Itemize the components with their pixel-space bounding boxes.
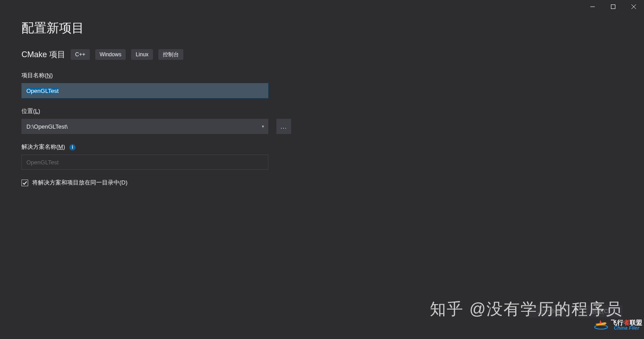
- location-label: 位置(L): [21, 107, 623, 115]
- page-title: 配置新项目: [21, 20, 623, 37]
- same-dir-label: 将解决方案和项目放在同一目录中(D): [32, 179, 127, 187]
- main-content: 配置新项目 CMake 项目 C++ Windows Linux 控制台 项目名…: [0, 13, 644, 187]
- close-icon: [631, 4, 636, 9]
- minimize-button[interactable]: [582, 0, 603, 13]
- tag-console: 控制台: [158, 49, 183, 60]
- maximize-button[interactable]: [603, 0, 623, 13]
- titlebar: [0, 0, 644, 13]
- tag-cpp: C++: [71, 49, 90, 60]
- footer-buttons: 上一步(B) 创建(C): [528, 305, 623, 318]
- location-combo[interactable]: ▼: [21, 119, 268, 134]
- tag-linux: Linux: [131, 49, 153, 60]
- svg-point-4: [595, 325, 608, 329]
- project-name-label: 项目名称(N): [21, 71, 623, 80]
- same-dir-row: 将解决方案和项目放在同一目录中(D): [21, 179, 623, 187]
- maximize-icon: [611, 4, 615, 9]
- same-dir-checkbox[interactable]: [21, 180, 28, 186]
- browse-button[interactable]: ...: [276, 119, 291, 134]
- project-name-group: 项目名称(N): [21, 71, 623, 98]
- minimize-icon: [590, 4, 595, 9]
- logo-line2: China Flier: [614, 326, 640, 331]
- project-type-label: CMake 项目: [21, 49, 65, 60]
- logo-line1: 飞行者联盟: [611, 319, 642, 326]
- solution-name-input: [21, 155, 268, 170]
- location-row: ▼ ...: [21, 119, 623, 134]
- checkmark-icon: [22, 180, 27, 185]
- project-name-input[interactable]: [21, 83, 268, 98]
- location-group: 位置(L) ▼ ...: [21, 107, 623, 134]
- solution-name-group: 解决方案名称(M) i: [21, 143, 623, 170]
- plane-icon: [593, 317, 609, 333]
- svg-rect-1: [611, 5, 615, 9]
- project-type-row: CMake 项目 C++ Windows Linux 控制台: [21, 49, 623, 60]
- create-button[interactable]: 创建(C): [578, 305, 623, 318]
- close-button[interactable]: [623, 0, 644, 13]
- solution-name-label: 解决方案名称(M) i: [21, 143, 623, 151]
- info-icon[interactable]: i: [69, 144, 76, 151]
- location-input[interactable]: [21, 119, 268, 134]
- tag-windows: Windows: [95, 49, 126, 60]
- back-button[interactable]: 上一步(B): [528, 305, 572, 318]
